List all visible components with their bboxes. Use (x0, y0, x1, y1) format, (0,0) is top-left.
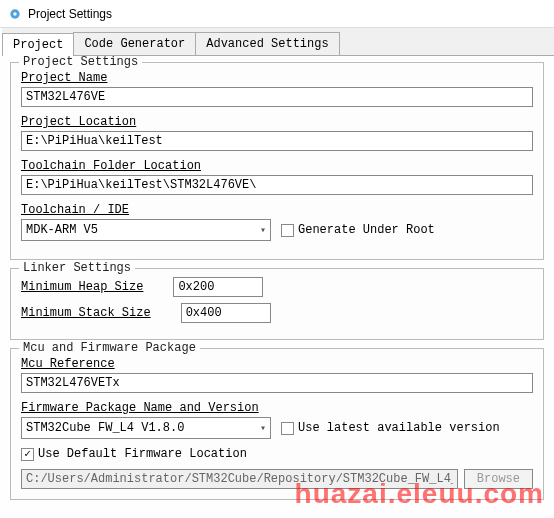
use-latest-label: Use latest available version (298, 421, 500, 435)
firmware-package-value: STM32Cube FW_L4 V1.8.0 (26, 421, 184, 435)
heap-size-label: Minimum Heap Size (21, 280, 143, 294)
generate-under-root-label: Generate Under Root (298, 223, 435, 237)
gear-icon (8, 7, 22, 21)
toolchain-ide-label: Toolchain / IDE (21, 203, 533, 217)
firmware-package-label: Firmware Package Name and Version (21, 401, 533, 415)
browse-button[interactable]: Browse (464, 469, 533, 489)
use-default-location-label: Use Default Firmware Location (38, 447, 247, 461)
group-linker-settings: Linker Settings Minimum Heap Size Minimu… (10, 268, 544, 340)
mcu-reference-label: Mcu Reference (21, 357, 533, 371)
group-title-mcu: Mcu and Firmware Package (19, 341, 200, 355)
use-default-location-checkbox[interactable] (21, 448, 34, 461)
stack-size-input[interactable] (181, 303, 271, 323)
group-title-linker: Linker Settings (19, 261, 135, 275)
panel: Project Settings Project Name Project Lo… (0, 56, 554, 518)
group-project-settings: Project Settings Project Name Project Lo… (10, 62, 544, 260)
chevron-down-icon: ▾ (260, 422, 266, 434)
tab-project[interactable]: Project (2, 33, 74, 56)
titlebar: Project Settings (0, 0, 554, 28)
project-location-label: Project Location (21, 115, 533, 129)
use-latest-checkbox[interactable] (281, 422, 294, 435)
firmware-path-input (21, 469, 458, 489)
group-title-project: Project Settings (19, 56, 142, 69)
chevron-down-icon: ▾ (260, 224, 266, 236)
firmware-package-select[interactable]: STM32Cube FW_L4 V1.8.0 ▾ (21, 417, 271, 439)
toolchain-ide-select[interactable]: MDK-ARM V5 ▾ (21, 219, 271, 241)
mcu-reference-input[interactable] (21, 373, 533, 393)
tabs: Project Code Generator Advanced Settings (2, 28, 554, 56)
tab-code-generator[interactable]: Code Generator (73, 32, 196, 55)
toolchain-folder-input[interactable] (21, 175, 533, 195)
project-name-label: Project Name (21, 71, 533, 85)
generate-under-root-checkbox[interactable] (281, 224, 294, 237)
heap-size-input[interactable] (173, 277, 263, 297)
svg-point-1 (13, 12, 17, 16)
tab-advanced-settings[interactable]: Advanced Settings (195, 32, 339, 55)
project-name-input[interactable] (21, 87, 533, 107)
stack-size-label: Minimum Stack Size (21, 306, 151, 320)
group-mcu-firmware: Mcu and Firmware Package Mcu Reference F… (10, 348, 544, 500)
window-title: Project Settings (28, 7, 112, 21)
project-location-input[interactable] (21, 131, 533, 151)
toolchain-folder-label: Toolchain Folder Location (21, 159, 533, 173)
toolchain-ide-value: MDK-ARM V5 (26, 223, 98, 237)
